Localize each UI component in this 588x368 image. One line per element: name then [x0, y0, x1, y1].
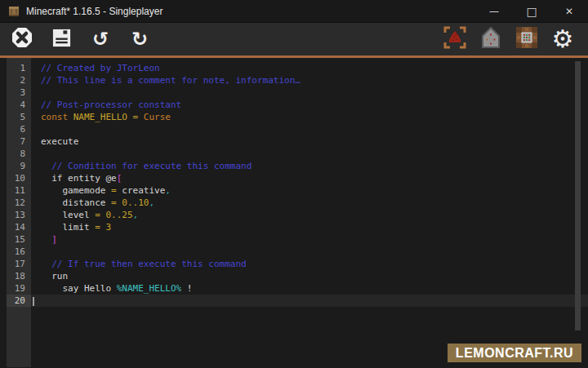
line-number: 4 — [7, 99, 31, 111]
code-lines[interactable]: // Created by JTorLeon// This line is a … — [31, 58, 588, 367]
code-token-comma: , — [165, 185, 171, 196]
line-number: 16 — [7, 246, 31, 258]
code-token-operator: = — [111, 185, 117, 196]
code-line[interactable]: // Created by JTorLeon — [31, 62, 588, 74]
code-token-constant: NAME_HELLO — [74, 112, 127, 122]
code-token-string: Curse — [144, 112, 171, 122]
line-number: 8 — [7, 148, 31, 160]
line-number: 13 — [7, 209, 31, 221]
home-icon — [480, 25, 501, 53]
toolbar: ↺ ↻ — [0, 23, 588, 55]
settings-gear-icon: ⚙ — [552, 27, 574, 51]
code-token-number: 0..10 — [122, 197, 149, 208]
toolbar-right-group: ⚙ — [443, 27, 575, 51]
crafting-grid-button[interactable] — [514, 27, 539, 51]
code-line[interactable]: limit = 3 — [31, 221, 588, 233]
code-line[interactable]: // Condition for execute this command — [31, 160, 588, 172]
code-line[interactable]: const NAME_HELLO = Curse — [31, 111, 588, 123]
line-number: 15 — [7, 233, 31, 246]
cancel-icon — [11, 26, 33, 52]
home-button[interactable] — [479, 27, 503, 51]
code-token-keyword: const — [41, 112, 74, 122]
line-number: 18 — [7, 270, 31, 282]
crafting-grid-icon — [514, 25, 539, 53]
code-token-bracket: ] — [51, 234, 57, 245]
redo-icon: ↻ — [131, 29, 148, 49]
code-token-plain: gamemode — [41, 185, 111, 196]
code-line[interactable]: execute — [31, 135, 588, 148]
code-line[interactable] — [31, 86, 588, 99]
undo-button[interactable]: ↺ — [88, 27, 113, 51]
window-title: Minecraft* 1.16.5 - Singleplayer — [26, 6, 163, 17]
minimize-button[interactable]: — — [475, 0, 513, 22]
code-token-operator: = — [95, 222, 100, 233]
line-number: 20 — [7, 295, 31, 307]
save-icon — [51, 28, 72, 51]
code-token-plain — [127, 112, 133, 122]
code-line[interactable]: // Post-processor constant — [31, 99, 588, 111]
code-token-operator: = — [95, 210, 100, 220]
code-token-plain: distance — [41, 197, 111, 208]
watermark-text: LEMONCRAFT.RU — [456, 346, 573, 361]
code-line[interactable] — [31, 123, 588, 135]
code-line[interactable] — [31, 295, 588, 307]
code-token-comma: , — [149, 197, 154, 208]
redstone-select-button[interactable] — [443, 27, 467, 51]
code-token-number: 0..25 — [105, 210, 132, 220]
line-number: 5 — [7, 111, 31, 123]
redstone-select-icon — [443, 25, 467, 53]
line-number: 2 — [7, 74, 31, 86]
text-caret — [33, 297, 34, 306]
code-token-comment: // Post-processor constant — [41, 100, 181, 110]
window-controls: — □ ✕ — [475, 0, 588, 22]
line-number: 19 — [7, 282, 31, 295]
code-token-comment: // This line is a comment for note, info… — [41, 75, 301, 86]
window-titlebar[interactable]: Minecraft* 1.16.5 - Singleplayer — □ ✕ — [0, 0, 588, 23]
code-token-plain: ! — [181, 283, 192, 294]
code-line[interactable]: if entity @e[ — [31, 172, 588, 184]
line-number: 11 — [7, 184, 31, 197]
code-token-plain: creative — [117, 185, 166, 196]
code-token-comment: // If true then execute this command — [51, 259, 246, 269]
maximize-button[interactable]: □ — [513, 0, 550, 22]
line-number: 7 — [7, 135, 31, 148]
redo-button[interactable]: ↻ — [127, 27, 152, 51]
toolbar-left-group: ↺ ↻ — [10, 27, 152, 51]
undo-icon: ↺ — [92, 29, 109, 49]
line-number: 10 — [7, 172, 31, 184]
close-button[interactable]: ✕ — [550, 0, 588, 22]
line-number: 1 — [7, 62, 31, 74]
code-line[interactable]: say Hello %NAME_HELLO% ! — [31, 282, 588, 295]
code-line[interactable]: gamemode = creative, — [31, 184, 588, 197]
code-editor[interactable]: 1234567891011121314151617181920 // Creat… — [0, 58, 588, 367]
minecraft-block-icon — [8, 6, 20, 17]
line-number: 17 — [7, 258, 31, 270]
code-token-variable: %NAME_HELLO% — [117, 283, 181, 294]
code-line[interactable]: distance = 0..10, — [31, 197, 588, 209]
code-line[interactable]: ] — [31, 233, 588, 246]
cancel-button[interactable] — [10, 27, 34, 51]
settings-button[interactable]: ⚙ — [550, 27, 575, 51]
code-token-operator: = — [111, 197, 117, 208]
line-number: 9 — [7, 160, 31, 172]
code-token-plain: execute — [41, 136, 78, 147]
code-line[interactable] — [31, 148, 588, 160]
code-token-plain — [138, 112, 144, 122]
save-button[interactable] — [49, 27, 74, 51]
code-line[interactable]: // If true then execute this command — [31, 258, 588, 270]
code-token-comment: // Created by JTorLeon — [41, 63, 160, 73]
code-token-plain — [41, 234, 51, 245]
code-token-plain: limit — [41, 222, 95, 233]
code-line[interactable]: run — [31, 270, 588, 282]
gutter: 1234567891011121314151617181920 — [7, 58, 31, 367]
code-line[interactable]: // This line is a comment for note, info… — [31, 74, 588, 86]
code-token-plain — [41, 259, 51, 269]
code-line[interactable] — [31, 246, 588, 258]
code-line[interactable]: level = 0..25, — [31, 209, 588, 221]
line-number: 3 — [7, 86, 31, 99]
vertical-scrollbar-thumb[interactable] — [575, 61, 581, 330]
code-token-comma: , — [133, 210, 139, 220]
line-number: 6 — [7, 123, 31, 135]
code-token-plain: if entity @e — [41, 173, 117, 184]
watermark: LEMONCRAFT.RU — [448, 344, 581, 362]
